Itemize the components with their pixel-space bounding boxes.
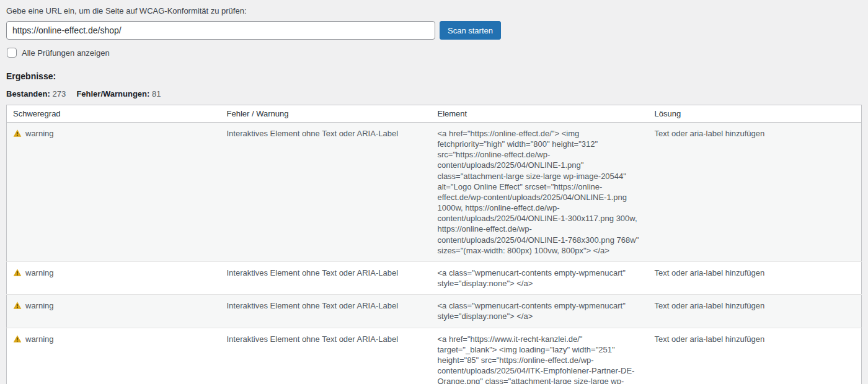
element-code: <a href="https://online-effect.de/"> <im… bbox=[432, 123, 649, 262]
show-all-checks-checkbox[interactable] bbox=[7, 48, 17, 58]
severity-cell: warning bbox=[13, 128, 215, 139]
warning-icon bbox=[13, 334, 22, 343]
issue-message: Interaktives Element ohne Text oder ARIA… bbox=[221, 261, 432, 294]
issue-message: Interaktives Element ohne Text oder ARIA… bbox=[221, 123, 432, 262]
table-row: warning Interaktives Element ohne Text o… bbox=[7, 295, 862, 328]
issue-message: Interaktives Element ohne Text oder ARIA… bbox=[221, 295, 432, 328]
results-stats: Bestanden: 273 Fehler/Warnungen: 81 bbox=[6, 89, 862, 98]
warning-icon bbox=[13, 268, 22, 277]
results-heading: Ergebnisse: bbox=[6, 71, 862, 81]
url-input-label: Gebe eine URL ein, um die Seite auf WCAG… bbox=[6, 5, 862, 15]
severity-cell: warning bbox=[13, 334, 215, 344]
element-code: <a class="wpmenucart-contents empty-wpme… bbox=[432, 261, 649, 294]
element-code: <a href="https://www.it-recht-kanzlei.de… bbox=[432, 328, 649, 384]
column-header-solution: Lösung bbox=[649, 105, 862, 123]
solution-text: Text oder aria-label hinzufügen bbox=[649, 123, 862, 262]
failed-value: 81 bbox=[152, 89, 161, 98]
url-input[interactable] bbox=[6, 21, 435, 40]
results-table: Schweregrad Fehler / Warnung Element Lös… bbox=[6, 105, 862, 384]
severity-cell: warning bbox=[13, 300, 215, 311]
table-row: warning Interaktives Element ohne Text o… bbox=[7, 123, 862, 262]
severity-label: warning bbox=[25, 300, 54, 311]
show-all-checks-label: Alle Prüfungen anzeigen bbox=[22, 48, 110, 58]
severity-label: warning bbox=[25, 334, 54, 344]
scan-start-button[interactable]: Scan starten bbox=[440, 21, 501, 40]
passed-label: Bestanden: bbox=[6, 89, 50, 98]
solution-text: Text oder aria-label hinzufügen bbox=[649, 295, 862, 328]
warning-icon bbox=[13, 301, 22, 310]
severity-cell: warning bbox=[13, 268, 215, 278]
severity-label: warning bbox=[25, 268, 54, 278]
table-row: warning Interaktives Element ohne Text o… bbox=[7, 328, 862, 384]
show-all-checks-row: Alle Prüfungen anzeigen bbox=[6, 48, 862, 58]
passed-value: 273 bbox=[52, 89, 66, 98]
wcag-scanner-panel: Gebe eine URL ein, um die Seite auf WCAG… bbox=[0, 0, 868, 384]
column-header-element: Element bbox=[432, 105, 649, 123]
column-header-issue: Fehler / Warnung bbox=[221, 105, 432, 123]
scan-form-row: Scan starten bbox=[6, 21, 862, 40]
failed-label: Fehler/Warnungen: bbox=[76, 89, 149, 98]
severity-label: warning bbox=[25, 128, 54, 139]
column-header-severity: Schweregrad bbox=[7, 105, 221, 123]
solution-text: Text oder aria-label hinzufügen bbox=[649, 328, 862, 384]
warning-icon bbox=[13, 129, 22, 137]
solution-text: Text oder aria-label hinzufügen bbox=[649, 261, 862, 294]
table-row: warning Interaktives Element ohne Text o… bbox=[7, 261, 862, 294]
issue-message: Interaktives Element ohne Text oder ARIA… bbox=[221, 328, 432, 384]
element-code: <a class="wpmenucart-contents empty-wpme… bbox=[432, 295, 649, 328]
table-header-row: Schweregrad Fehler / Warnung Element Lös… bbox=[7, 105, 862, 123]
